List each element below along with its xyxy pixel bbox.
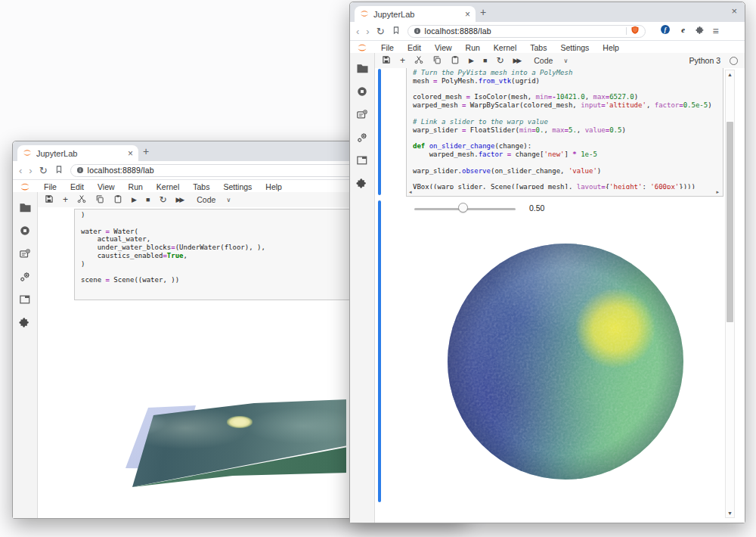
insert-cell-icon[interactable]: + (63, 195, 68, 204)
bookmark-icon[interactable] (54, 163, 64, 177)
brave-shield-icon[interactable] (631, 24, 640, 38)
urlbar-divider (626, 27, 627, 35)
insert-cell-icon[interactable]: + (400, 56, 405, 65)
menu-file[interactable]: File (374, 43, 401, 52)
browser-tab[interactable]: JupyterLab × (17, 145, 138, 161)
running-kernels-icon[interactable] (19, 225, 31, 237)
window-close-button[interactable]: × (731, 5, 737, 17)
code-cell[interactable]: ) water = Water( actual_water, under_wat… (74, 209, 352, 300)
jupyter-logo (19, 182, 31, 192)
menu-tabs[interactable]: Tabs (523, 43, 553, 52)
jupyter-favicon (23, 148, 32, 159)
forward-button[interactable]: › (29, 166, 32, 175)
address-bar[interactable]: localhost:8888/lab (407, 25, 646, 38)
menu-kernel[interactable]: Kernel (150, 182, 186, 191)
menu-tabs[interactable]: Tabs (186, 182, 216, 191)
code-cell[interactable]: # Turn the PyVista mesh into a PolyMeshm… (406, 68, 723, 197)
reload-button[interactable]: ↻ (39, 166, 48, 175)
extensions-icon[interactable] (19, 316, 31, 328)
extensions-icon[interactable] (356, 177, 368, 189)
cell-type-dropdown[interactable]: Code ∨ (534, 56, 568, 65)
scrollbar-thumb[interactable] (727, 122, 733, 322)
new-tab-button[interactable]: + (143, 145, 149, 157)
tab-close-icon[interactable]: × (465, 10, 470, 19)
run-all-icon[interactable]: ▶▶ (175, 197, 183, 203)
run-icon[interactable]: ▶ (132, 197, 137, 203)
slider-readout: 0.50 (529, 203, 544, 213)
inspector-icon[interactable] (356, 109, 368, 120)
run-all-icon[interactable]: ▶▶ (513, 57, 520, 64)
browser-menu-icon[interactable]: ≡ (713, 26, 719, 36)
menu-file[interactable]: File (37, 182, 64, 191)
restart-kernel-icon[interactable]: ↻ (496, 56, 503, 65)
menu-view[interactable]: View (91, 182, 122, 191)
menu-edit[interactable]: Edit (401, 43, 428, 52)
back-button[interactable]: ‹ (19, 166, 22, 175)
scroll-left-icon[interactable]: ◂ (409, 189, 412, 194)
chevron-down-icon: ∨ (563, 57, 568, 64)
gears-icon[interactable] (356, 132, 368, 144)
inspector-icon[interactable] (19, 248, 31, 259)
open-tabs-icon[interactable] (356, 155, 368, 166)
cut-icon[interactable] (77, 194, 86, 205)
site-info-icon[interactable] (76, 163, 84, 177)
new-tab-button[interactable]: + (480, 6, 486, 18)
cut-icon[interactable] (414, 55, 423, 66)
browser-toolbar: ‹ › ↻ localhost:8888/lab f e ≡ (350, 22, 745, 41)
left-sidebar (350, 53, 375, 523)
paste-icon[interactable] (113, 194, 122, 205)
open-tabs-icon[interactable] (19, 294, 31, 305)
stop-icon[interactable]: ■ (483, 57, 487, 64)
extension-f-icon[interactable]: f (660, 24, 671, 38)
forward-button[interactable]: › (366, 26, 369, 36)
cell-selection-bar[interactable] (378, 69, 381, 195)
notebook-scrollbar[interactable]: ▲ ▼ (725, 70, 735, 518)
menu-view[interactable]: View (428, 43, 459, 52)
jupyter-favicon (360, 9, 369, 20)
code-editor[interactable]: # Turn the PyVista mesh into a PolyMeshm… (413, 69, 720, 189)
gears-icon[interactable] (19, 271, 31, 283)
menu-settings[interactable]: Settings (216, 182, 259, 191)
browser-tab[interactable]: JupyterLab × (355, 6, 476, 22)
globe-render[interactable] (447, 243, 684, 480)
menu-help[interactable]: Help (596, 43, 626, 52)
reload-button[interactable]: ↻ (376, 26, 385, 36)
file-browser-icon[interactable] (19, 202, 32, 213)
menu-kernel[interactable]: Kernel (487, 43, 523, 52)
scroll-right-icon[interactable]: ▸ (716, 189, 719, 194)
slider-handle[interactable] (458, 203, 468, 213)
restart-kernel-icon[interactable]: ↻ (159, 195, 166, 204)
scroll-down-icon[interactable]: ▼ (726, 511, 734, 516)
kernel-status-icon[interactable] (730, 57, 738, 65)
menu-edit[interactable]: Edit (64, 182, 91, 191)
code-editor[interactable]: ) water = Water( actual_water, under_wat… (81, 211, 349, 293)
output-selection-bar[interactable] (378, 200, 381, 502)
cell-type-dropdown[interactable]: Code ∨ (197, 195, 231, 204)
site-info-icon[interactable] (414, 24, 421, 38)
stop-icon[interactable]: ■ (146, 197, 150, 203)
tab-close-icon[interactable]: × (128, 149, 133, 158)
cell-type-value: Code (197, 195, 215, 204)
paste-icon[interactable] (451, 55, 460, 66)
scroll-up-icon[interactable]: ▲ (726, 72, 734, 77)
run-icon[interactable]: ▶ (469, 57, 474, 64)
copy-icon[interactable] (432, 55, 442, 66)
copy-icon[interactable] (95, 194, 104, 205)
jupyter-logo (356, 42, 368, 53)
chevron-down-icon: ∨ (226, 197, 231, 203)
running-kernels-icon[interactable] (356, 85, 368, 98)
save-icon[interactable] (45, 194, 54, 205)
extension-e-icon[interactable]: e (678, 24, 688, 38)
kernel-name[interactable]: Python 3 (689, 56, 720, 65)
menu-run[interactable]: Run (122, 182, 150, 191)
menu-help[interactable]: Help (259, 182, 289, 191)
back-button[interactable]: ‹ (356, 26, 359, 36)
extensions-puzzle-icon[interactable] (696, 24, 705, 38)
save-icon[interactable] (382, 55, 391, 66)
cell-type-value: Code (534, 56, 553, 65)
menu-settings[interactable]: Settings (553, 43, 596, 52)
file-browser-icon[interactable] (356, 63, 369, 74)
water-scene-render[interactable] (73, 394, 346, 500)
menu-run[interactable]: Run (459, 43, 487, 52)
bookmark-icon[interactable] (392, 24, 401, 38)
